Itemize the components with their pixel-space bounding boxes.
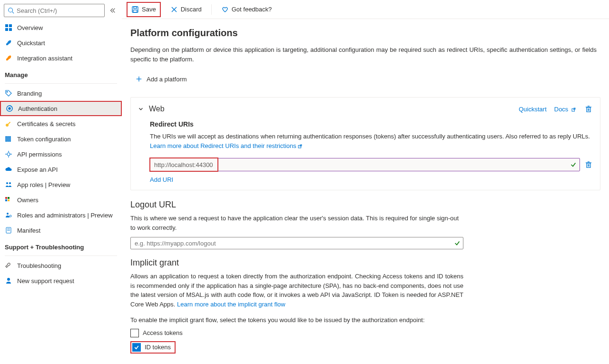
feedback-button[interactable]: Got feedback? (217, 3, 276, 16)
discard-label: Discard (181, 6, 202, 13)
nav-label: Branding (17, 90, 42, 97)
id-tokens-checkbox[interactable] (132, 343, 141, 352)
save-button[interactable]: Save (128, 3, 160, 16)
auth-icon (6, 105, 13, 112)
svg-point-6 (7, 91, 8, 92)
svg-point-19 (6, 182, 8, 184)
wrench-icon (5, 262, 12, 269)
grid-icon (5, 24, 12, 31)
nav-label: Authentication (18, 105, 57, 112)
plus-icon (135, 75, 143, 83)
sidebar-item-branding[interactable]: Branding (0, 86, 122, 101)
search-input[interactable] (17, 7, 101, 14)
collapse-sidebar-button[interactable] (108, 5, 118, 16)
add-platform-button[interactable]: Add a platform (130, 72, 600, 86)
sidebar-item-api-permissions[interactable]: API permissions (0, 147, 122, 162)
svg-rect-47 (587, 163, 590, 167)
toolbar-separator (211, 4, 212, 15)
tag-icon (5, 89, 12, 97)
sidebar-item-new-support[interactable]: New support request (0, 273, 122, 288)
logout-title: Logout URL (130, 200, 600, 210)
redirect-learn-link[interactable]: Learn more about Redirect URIs and their… (150, 142, 303, 149)
svg-rect-5 (9, 28, 12, 31)
chevron-down-icon[interactable] (138, 106, 144, 112)
svg-rect-12 (8, 137, 9, 141)
check-icon (454, 240, 461, 246)
access-tokens-label: Access tokens (143, 329, 183, 336)
sidebar: Overview Quickstart Integration assistan… (0, 0, 122, 364)
web-panel: Web Quickstart Docs Redirect URIs The UR… (130, 97, 600, 190)
close-icon (170, 6, 178, 13)
nav-label: New support request (17, 277, 74, 285)
svg-rect-10 (8, 122, 10, 125)
sidebar-item-token-configuration[interactable]: Token configuration (0, 131, 122, 147)
sidebar-search[interactable] (4, 4, 105, 17)
manifest-icon (5, 226, 12, 234)
redirect-uris-desc: The URIs we will accept as destinations … (138, 132, 593, 150)
rocket-orange-icon (5, 54, 12, 62)
sidebar-item-certificates[interactable]: Certificates & secrets (0, 116, 122, 131)
sidebar-item-app-roles[interactable]: App roles | Preview (0, 177, 122, 192)
add-platform-label: Add a platform (147, 76, 187, 83)
check-icon (570, 161, 577, 168)
nav-label: Overview (17, 24, 43, 31)
sidebar-item-troubleshooting[interactable]: Troubleshooting (0, 258, 122, 273)
save-icon (131, 6, 139, 13)
key-icon (5, 120, 12, 128)
nav-label: Certificates & secrets (17, 120, 76, 128)
discard-button[interactable]: Discard (167, 3, 206, 16)
svg-line-1 (12, 12, 14, 14)
feedback-label: Got feedback? (232, 6, 272, 13)
nav-divider (5, 83, 117, 84)
nav-label: App roles | Preview (17, 181, 70, 188)
svg-point-20 (9, 182, 11, 184)
sidebar-item-manifest[interactable]: Manifest (0, 223, 122, 238)
nav-label: Troubleshooting (17, 262, 61, 269)
web-quickstart-link[interactable]: Quickstart (519, 106, 547, 113)
svg-point-25 (7, 213, 9, 215)
svg-point-26 (10, 215, 11, 217)
svg-rect-22 (8, 197, 10, 199)
search-icon (7, 7, 15, 14)
id-tokens-label: ID tokens (145, 344, 171, 351)
implicit-desc: Allows an application to request a token… (130, 272, 463, 309)
heart-icon (221, 6, 229, 13)
owners-icon (5, 196, 12, 204)
implicit-enable-text: To enable the implicit grant flow, selec… (130, 315, 463, 325)
svg-rect-24 (8, 199, 10, 201)
svg-line-46 (300, 145, 302, 147)
sidebar-item-roles-admins[interactable]: Roles and administrators | Preview (0, 207, 122, 223)
save-label: Save (142, 6, 156, 13)
svg-rect-4 (5, 28, 8, 31)
implicit-learn-link[interactable]: Learn more about the implicit grant flow (177, 301, 285, 308)
svg-point-0 (9, 8, 13, 12)
platform-desc: Depending on the platform or device this… (130, 45, 597, 64)
delete-web-button[interactable] (584, 104, 593, 114)
nav-group-support: Support + Troubleshooting (0, 238, 122, 254)
svg-rect-23 (5, 199, 7, 201)
nav-label: Owners (17, 197, 39, 204)
redirect-uri-input[interactable] (154, 161, 576, 168)
admin-icon (5, 211, 12, 219)
svg-rect-32 (134, 7, 137, 9)
nav-label: API permissions (17, 151, 62, 158)
sidebar-item-expose-api[interactable]: Expose an API (0, 162, 122, 177)
nav-label: Roles and administrators | Preview (17, 212, 113, 219)
docs-label: Docs (554, 106, 569, 113)
delete-uri-button[interactable] (584, 160, 593, 169)
nav-divider (5, 256, 117, 256)
add-uri-link[interactable]: Add URI (150, 176, 173, 183)
sidebar-item-owners[interactable]: Owners (0, 192, 122, 207)
sidebar-item-authentication[interactable]: Authentication (0, 101, 122, 116)
logout-url-input[interactable] (130, 237, 463, 249)
sidebar-item-integration-assistant[interactable]: Integration assistant (0, 50, 122, 66)
sidebar-item-overview[interactable]: Overview (0, 20, 122, 35)
svg-rect-21 (5, 197, 7, 199)
api-icon (5, 150, 12, 158)
sidebar-item-quickstart[interactable]: Quickstart (0, 35, 122, 50)
nav-label: Token configuration (17, 136, 71, 143)
access-tokens-checkbox[interactable] (130, 329, 139, 337)
rocket-icon (5, 39, 12, 47)
nav-label: Expose an API (17, 166, 58, 173)
web-docs-link[interactable]: Docs (554, 106, 576, 113)
